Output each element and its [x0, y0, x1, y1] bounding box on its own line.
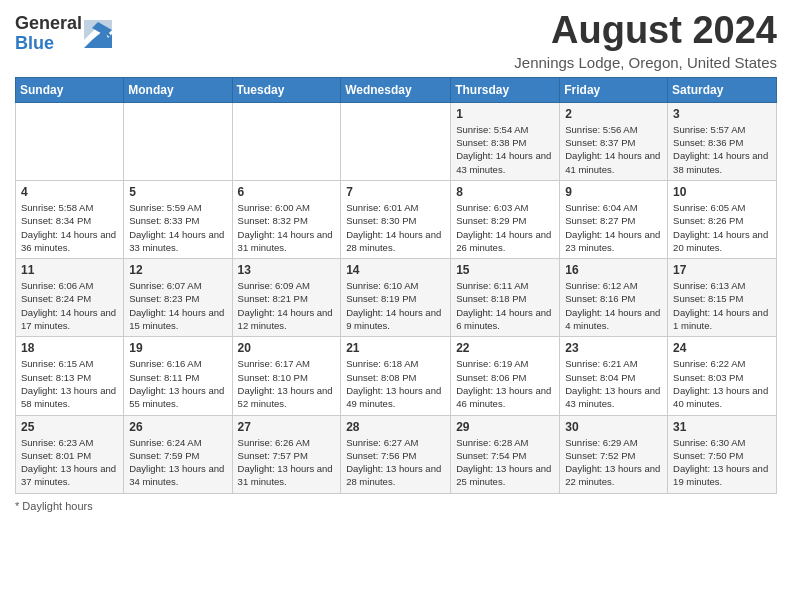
- day-number: 15: [456, 263, 554, 277]
- day-number: 27: [238, 420, 336, 434]
- day-number: 10: [673, 185, 771, 199]
- day-number: 26: [129, 420, 226, 434]
- day-info: Sunrise: 6:24 AM Sunset: 7:59 PM Dayligh…: [129, 436, 226, 489]
- col-header-saturday: Saturday: [668, 77, 777, 102]
- day-info: Sunrise: 6:09 AM Sunset: 8:21 PM Dayligh…: [238, 279, 336, 332]
- calendar-cell: 27Sunrise: 6:26 AM Sunset: 7:57 PM Dayli…: [232, 415, 341, 493]
- day-info: Sunrise: 6:05 AM Sunset: 8:26 PM Dayligh…: [673, 201, 771, 254]
- day-info: Sunrise: 6:23 AM Sunset: 8:01 PM Dayligh…: [21, 436, 118, 489]
- title-block: August 2024 Jennings Lodge, Oregon, Unit…: [514, 10, 777, 71]
- calendar-cell: 8Sunrise: 6:03 AM Sunset: 8:29 PM Daylig…: [451, 180, 560, 258]
- day-info: Sunrise: 6:27 AM Sunset: 7:56 PM Dayligh…: [346, 436, 445, 489]
- calendar-cell: 31Sunrise: 6:30 AM Sunset: 7:50 PM Dayli…: [668, 415, 777, 493]
- calendar-cell: 14Sunrise: 6:10 AM Sunset: 8:19 PM Dayli…: [341, 259, 451, 337]
- day-info: Sunrise: 6:28 AM Sunset: 7:54 PM Dayligh…: [456, 436, 554, 489]
- calendar-cell: 16Sunrise: 6:12 AM Sunset: 8:16 PM Dayli…: [560, 259, 668, 337]
- day-number: 5: [129, 185, 226, 199]
- day-info: Sunrise: 6:10 AM Sunset: 8:19 PM Dayligh…: [346, 279, 445, 332]
- day-info: Sunrise: 6:15 AM Sunset: 8:13 PM Dayligh…: [21, 357, 118, 410]
- day-info: Sunrise: 6:00 AM Sunset: 8:32 PM Dayligh…: [238, 201, 336, 254]
- day-number: 19: [129, 341, 226, 355]
- day-number: 16: [565, 263, 662, 277]
- day-info: Sunrise: 5:56 AM Sunset: 8:37 PM Dayligh…: [565, 123, 662, 176]
- day-number: 20: [238, 341, 336, 355]
- calendar-week-row: 1Sunrise: 5:54 AM Sunset: 8:38 PM Daylig…: [16, 102, 777, 180]
- calendar-cell: [16, 102, 124, 180]
- day-number: 22: [456, 341, 554, 355]
- day-info: Sunrise: 6:07 AM Sunset: 8:23 PM Dayligh…: [129, 279, 226, 332]
- calendar-week-row: 18Sunrise: 6:15 AM Sunset: 8:13 PM Dayli…: [16, 337, 777, 415]
- day-number: 28: [346, 420, 445, 434]
- calendar-cell: 4Sunrise: 5:58 AM Sunset: 8:34 PM Daylig…: [16, 180, 124, 258]
- calendar-cell: 5Sunrise: 5:59 AM Sunset: 8:33 PM Daylig…: [124, 180, 232, 258]
- day-number: 12: [129, 263, 226, 277]
- calendar-cell: 26Sunrise: 6:24 AM Sunset: 7:59 PM Dayli…: [124, 415, 232, 493]
- calendar-cell: 20Sunrise: 6:17 AM Sunset: 8:10 PM Dayli…: [232, 337, 341, 415]
- day-info: Sunrise: 6:13 AM Sunset: 8:15 PM Dayligh…: [673, 279, 771, 332]
- day-number: 2: [565, 107, 662, 121]
- main-title: August 2024: [514, 10, 777, 52]
- day-info: Sunrise: 6:12 AM Sunset: 8:16 PM Dayligh…: [565, 279, 662, 332]
- day-info: Sunrise: 5:58 AM Sunset: 8:34 PM Dayligh…: [21, 201, 118, 254]
- calendar-cell: 7Sunrise: 6:01 AM Sunset: 8:30 PM Daylig…: [341, 180, 451, 258]
- calendar-cell: 25Sunrise: 6:23 AM Sunset: 8:01 PM Dayli…: [16, 415, 124, 493]
- calendar-cell: 6Sunrise: 6:00 AM Sunset: 8:32 PM Daylig…: [232, 180, 341, 258]
- calendar-cell: [124, 102, 232, 180]
- logo: General Blue: [15, 14, 112, 54]
- day-number: 6: [238, 185, 336, 199]
- day-number: 23: [565, 341, 662, 355]
- day-info: Sunrise: 6:16 AM Sunset: 8:11 PM Dayligh…: [129, 357, 226, 410]
- footer-note: * Daylight hours: [15, 500, 777, 512]
- calendar-cell: 9Sunrise: 6:04 AM Sunset: 8:27 PM Daylig…: [560, 180, 668, 258]
- col-header-tuesday: Tuesday: [232, 77, 341, 102]
- calendar-cell: 22Sunrise: 6:19 AM Sunset: 8:06 PM Dayli…: [451, 337, 560, 415]
- calendar-week-row: 4Sunrise: 5:58 AM Sunset: 8:34 PM Daylig…: [16, 180, 777, 258]
- day-info: Sunrise: 5:54 AM Sunset: 8:38 PM Dayligh…: [456, 123, 554, 176]
- day-info: Sunrise: 5:59 AM Sunset: 8:33 PM Dayligh…: [129, 201, 226, 254]
- day-info: Sunrise: 6:04 AM Sunset: 8:27 PM Dayligh…: [565, 201, 662, 254]
- col-header-thursday: Thursday: [451, 77, 560, 102]
- calendar-cell: 11Sunrise: 6:06 AM Sunset: 8:24 PM Dayli…: [16, 259, 124, 337]
- day-info: Sunrise: 6:17 AM Sunset: 8:10 PM Dayligh…: [238, 357, 336, 410]
- day-info: Sunrise: 6:19 AM Sunset: 8:06 PM Dayligh…: [456, 357, 554, 410]
- calendar-cell: 18Sunrise: 6:15 AM Sunset: 8:13 PM Dayli…: [16, 337, 124, 415]
- day-number: 18: [21, 341, 118, 355]
- logo-blue-text: Blue: [15, 33, 54, 53]
- calendar-cell: 17Sunrise: 6:13 AM Sunset: 8:15 PM Dayli…: [668, 259, 777, 337]
- day-info: Sunrise: 6:03 AM Sunset: 8:29 PM Dayligh…: [456, 201, 554, 254]
- calendar-week-row: 25Sunrise: 6:23 AM Sunset: 8:01 PM Dayli…: [16, 415, 777, 493]
- day-info: Sunrise: 6:29 AM Sunset: 7:52 PM Dayligh…: [565, 436, 662, 489]
- day-number: 31: [673, 420, 771, 434]
- calendar-cell: [232, 102, 341, 180]
- logo-icon: [84, 20, 112, 48]
- col-header-monday: Monday: [124, 77, 232, 102]
- day-number: 4: [21, 185, 118, 199]
- calendar-cell: 21Sunrise: 6:18 AM Sunset: 8:08 PM Dayli…: [341, 337, 451, 415]
- day-info: Sunrise: 5:57 AM Sunset: 8:36 PM Dayligh…: [673, 123, 771, 176]
- day-number: 21: [346, 341, 445, 355]
- day-info: Sunrise: 6:21 AM Sunset: 8:04 PM Dayligh…: [565, 357, 662, 410]
- day-info: Sunrise: 6:26 AM Sunset: 7:57 PM Dayligh…: [238, 436, 336, 489]
- header: General Blue August 2024 Jennings Lodge,…: [15, 10, 777, 71]
- calendar-cell: 13Sunrise: 6:09 AM Sunset: 8:21 PM Dayli…: [232, 259, 341, 337]
- col-header-wednesday: Wednesday: [341, 77, 451, 102]
- col-header-friday: Friday: [560, 77, 668, 102]
- calendar-cell: 23Sunrise: 6:21 AM Sunset: 8:04 PM Dayli…: [560, 337, 668, 415]
- day-number: 3: [673, 107, 771, 121]
- calendar-cell: 1Sunrise: 5:54 AM Sunset: 8:38 PM Daylig…: [451, 102, 560, 180]
- day-number: 7: [346, 185, 445, 199]
- day-number: 14: [346, 263, 445, 277]
- day-number: 13: [238, 263, 336, 277]
- day-number: 8: [456, 185, 554, 199]
- calendar-cell: 2Sunrise: 5:56 AM Sunset: 8:37 PM Daylig…: [560, 102, 668, 180]
- day-number: 25: [21, 420, 118, 434]
- calendar-cell: 19Sunrise: 6:16 AM Sunset: 8:11 PM Dayli…: [124, 337, 232, 415]
- day-info: Sunrise: 6:06 AM Sunset: 8:24 PM Dayligh…: [21, 279, 118, 332]
- calendar-cell: 29Sunrise: 6:28 AM Sunset: 7:54 PM Dayli…: [451, 415, 560, 493]
- calendar-cell: [341, 102, 451, 180]
- day-number: 17: [673, 263, 771, 277]
- calendar-cell: 3Sunrise: 5:57 AM Sunset: 8:36 PM Daylig…: [668, 102, 777, 180]
- logo-general-text: General: [15, 13, 82, 33]
- calendar-cell: 15Sunrise: 6:11 AM Sunset: 8:18 PM Dayli…: [451, 259, 560, 337]
- col-header-sunday: Sunday: [16, 77, 124, 102]
